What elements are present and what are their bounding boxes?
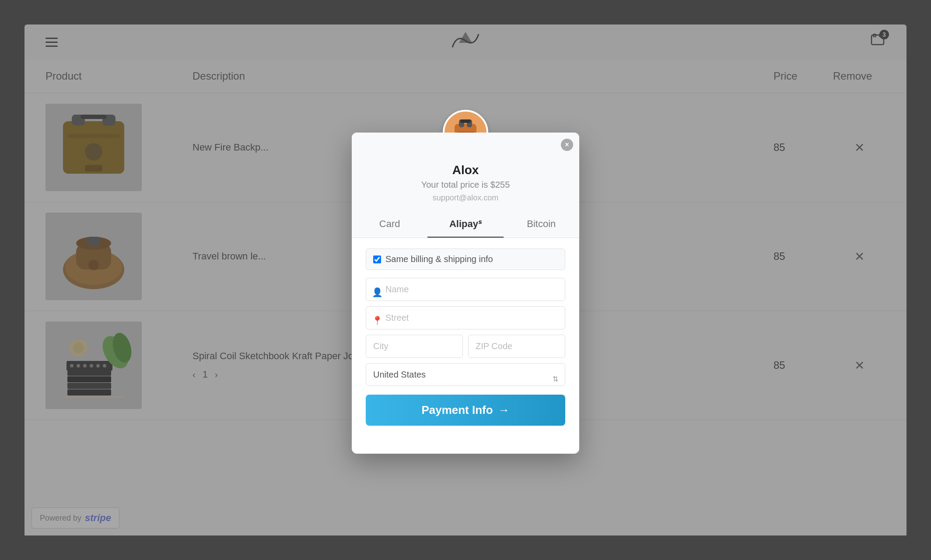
modal-title: Alox <box>352 163 579 177</box>
payment-tabs: Card Alipayˢ Bitcoin <box>352 211 579 238</box>
person-icon: 👤 <box>372 287 383 298</box>
modal-overlay: × Alox Your total price is $255 support@… <box>0 0 931 560</box>
modal-subtitle: Your total price is $255 <box>352 180 579 190</box>
zip-input[interactable] <box>468 335 565 358</box>
modal-close-btn[interactable]: × <box>561 139 573 151</box>
city-zip-row <box>366 335 565 358</box>
country-select-wrap: United States Canada United Kingdom Aust… <box>366 363 565 395</box>
svg-rect-36 <box>460 119 471 123</box>
street-input-wrap: 📍 <box>366 306 565 335</box>
payment-info-button[interactable]: Payment Info → <box>366 395 565 426</box>
modal-header: × Alox Your total price is $255 support@… <box>352 133 579 211</box>
modal-body: Same billing & shipping info 👤 📍 United <box>352 238 579 436</box>
billing-shipping-label: Same billing & shipping info <box>385 254 493 264</box>
tab-card[interactable]: Card <box>352 211 427 238</box>
tab-alipay[interactable]: Alipayˢ <box>427 211 503 238</box>
payment-btn-arrow: → <box>498 403 510 417</box>
tab-bitcoin[interactable]: Bitcoin <box>504 211 579 238</box>
street-input[interactable] <box>366 306 565 329</box>
city-input[interactable] <box>366 335 463 358</box>
name-input[interactable] <box>366 278 565 301</box>
payment-modal: × Alox Your total price is $255 support@… <box>352 133 579 454</box>
country-select[interactable]: United States Canada United Kingdom Aust… <box>366 363 565 386</box>
billing-shipping-checkbox-row: Same billing & shipping info <box>366 248 565 270</box>
modal-email: support@alox.com <box>352 193 579 203</box>
location-icon: 📍 <box>372 315 383 326</box>
name-input-wrap: 👤 <box>366 278 565 306</box>
billing-shipping-checkbox[interactable] <box>373 256 381 263</box>
payment-btn-label: Payment Info <box>421 403 493 417</box>
